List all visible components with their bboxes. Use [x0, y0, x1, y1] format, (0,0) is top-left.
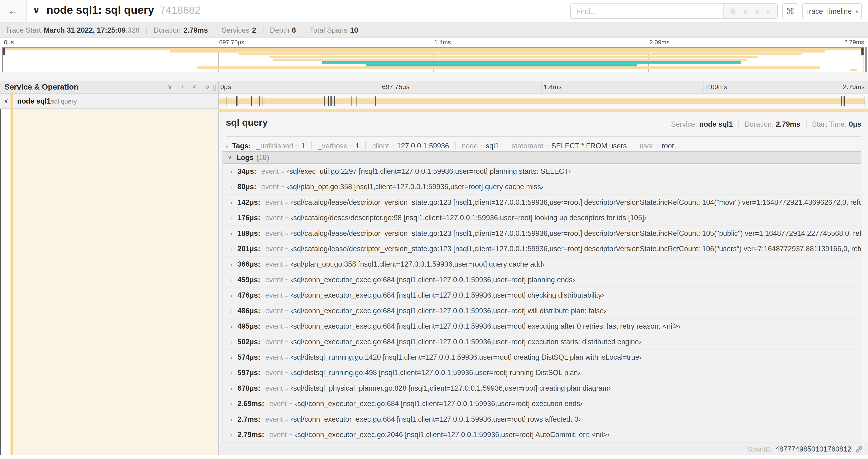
span-row[interactable]: ∨ node sql1 sql query [0, 94, 218, 109]
chevron-right-icon[interactable]: › [230, 198, 232, 206]
tag-item: node=sql1 [462, 141, 499, 150]
log-event-value: ‹sql/distsql_physical_planner.go:828 [ns… [291, 384, 611, 392]
log-timestamp: 34μs: [238, 167, 256, 175]
chevron-right-icon[interactable]: › [230, 369, 232, 376]
log-equals: = [285, 199, 289, 205]
log-field-name: event [269, 399, 287, 408]
minimap-right-scrubber[interactable] [861, 47, 863, 55]
log-entry-row[interactable]: ›2.69ms:event=‹sql/conn_executor_exec.go… [223, 396, 861, 412]
log-field-name: event [265, 214, 283, 222]
chevron-right-icon[interactable]: › [230, 229, 232, 237]
span-collapse-icon[interactable]: ∨ [4, 97, 8, 105]
overview-value: 2.79ms [776, 120, 800, 129]
minimap-span-bar [239, 53, 802, 55]
span-row-timeline[interactable] [219, 94, 868, 109]
expand-all-icon[interactable]: » [205, 83, 209, 90]
find-input[interactable] [570, 3, 723, 19]
log-entry-row[interactable]: ›459μs:event=‹sql/conn_executor_exec.go:… [223, 272, 861, 288]
summary-divider [303, 26, 303, 34]
find-next-icon[interactable]: ∨ [754, 7, 760, 15]
chevron-right-icon[interactable]: › [230, 353, 232, 361]
tag-key: _verbose [318, 141, 347, 150]
log-event-value: ‹sql/catalog/lease/descriptor_version_st… [291, 245, 861, 253]
log-entry-row[interactable]: ›678μs:event=‹sql/distsql_physical_plann… [223, 381, 861, 396]
overview-divider [806, 121, 806, 128]
log-entry-row[interactable]: ›476μs:event=‹sql/conn_executor_exec.go:… [223, 288, 861, 303]
log-tick-mark [865, 96, 865, 106]
log-entry-row[interactable]: ›366μs:event=‹sql/plan_opt.go:358 [nsql1… [223, 257, 861, 272]
log-timestamp: 2.79ms: [238, 431, 265, 439]
log-rows: ›34μs:event=‹sql/exec_util.go:2297 [nsql… [223, 164, 861, 443]
chevron-right-icon[interactable]: › [230, 214, 232, 222]
chevron-right-icon[interactable]: › [226, 141, 228, 150]
log-entry-row[interactable]: ›574μs:event=‹sql/distsql_running.go:142… [223, 350, 861, 365]
logs-section: ∨ Logs (18) ›34μs:event=‹sql/exec_util.g… [223, 151, 862, 454]
log-field-name: event [265, 415, 283, 423]
minimap-span-bar [170, 51, 825, 53]
timeline-minimap[interactable] [2, 47, 864, 72]
chevron-right-icon[interactable]: › [230, 384, 232, 392]
chevron-right-icon[interactable]: › [230, 276, 232, 284]
minimap-span-bar [197, 66, 820, 69]
chevron-right-icon[interactable]: › [230, 260, 232, 268]
log-field-name: event [265, 291, 283, 299]
chevron-right-icon[interactable]: › [230, 291, 232, 299]
expand-one-icon[interactable]: › [181, 83, 184, 90]
log-entry-row[interactable]: ›80μs:event=‹sql/plan_opt.go:358 [nsql1,… [223, 179, 861, 195]
chevron-right-icon[interactable]: › [230, 183, 232, 191]
chevron-right-icon[interactable]: › [230, 431, 232, 438]
chevron-right-icon[interactable]: › [230, 307, 232, 315]
tag-divider [505, 141, 506, 149]
spanid-value: 4877749850101760812 [775, 445, 851, 453]
tag-key: statement [512, 141, 543, 150]
log-entry-row[interactable]: ›142μs:event=‹sql/catalog/lease/descript… [223, 195, 861, 210]
chevron-right-icon[interactable]: › [230, 322, 232, 330]
log-timestamp: 80μs: [238, 183, 256, 191]
column-resize-grip[interactable]: || [213, 84, 217, 91]
chevron-right-icon[interactable]: › [230, 400, 232, 407]
summary-item: Duration2.79ms [154, 26, 208, 34]
log-entry-row[interactable]: ›2.79ms:event=‹sql/conn_executor_exec.go… [223, 427, 861, 442]
minimap-tick-label: 697.75μs [219, 39, 244, 45]
log-equals: = [285, 369, 289, 376]
logs-header[interactable]: ∨ Logs (18) [223, 152, 861, 164]
back-button[interactable]: ← [0, 0, 27, 22]
span-detail-panel: sql query Service:node sql1Duration:2.79… [219, 112, 868, 443]
tag-value: 1 [301, 141, 305, 150]
log-entry-row[interactable]: ›2.7ms:event=‹sql/conn_executor_exec.go:… [223, 412, 861, 427]
log-entry-row[interactable]: ›597μs:event=‹sql/distsql_running.go:498… [223, 365, 861, 381]
chevron-right-icon[interactable]: › [230, 415, 232, 423]
log-entry-row[interactable]: ›189μs:event=‹sql/catalog/lease/descript… [223, 226, 861, 241]
view-dropdown[interactable]: Trace Timeline ∨ [802, 3, 862, 19]
chevron-right-icon[interactable]: › [230, 245, 232, 253]
ruler-tick-label: 697.75μs [382, 83, 409, 91]
log-equals: = [285, 292, 289, 298]
link-icon[interactable] [855, 445, 863, 453]
log-entry-row[interactable]: ›34μs:event=‹sql/exec_util.go:2297 [nsql… [223, 164, 861, 179]
tags-row[interactable]: › Tags: _unfinished=1_verbose=1client=12… [226, 139, 862, 152]
log-timestamp: 142μs: [238, 198, 260, 206]
span-operation-name: sql query [51, 98, 77, 104]
summary-item: Depth6 [270, 26, 296, 34]
ruler-tick-label: 2.09ms [705, 83, 727, 91]
minimap-tick-label: 1.4ms [434, 39, 451, 45]
find-clear-icon[interactable]: × [767, 7, 771, 15]
keyboard-shortcuts-button[interactable]: ⌘ [782, 3, 798, 19]
trace-collapse-icon[interactable]: ∨ [33, 5, 40, 15]
chevron-right-icon[interactable]: › [230, 338, 232, 346]
collapse-all-icon[interactable]: » [191, 85, 198, 89]
locate-icon[interactable]: ⊕ [730, 7, 736, 15]
collapse-one-icon[interactable]: ∨ [167, 83, 173, 90]
chevron-right-icon[interactable]: › [230, 167, 232, 175]
find-prev-icon[interactable]: ∧ [743, 7, 748, 15]
log-entry-row[interactable]: ›201μs:event=‹sql/catalog/lease/descript… [223, 241, 861, 257]
tag-item: client=127.0.0.1:59936 [372, 141, 449, 150]
log-tick-mark [303, 96, 304, 106]
span-duration-bar[interactable] [219, 98, 865, 104]
log-entry-row[interactable]: ›502μs:event=‹sql/conn_executor_exec.go:… [223, 334, 861, 350]
minimap-left-scrubber[interactable] [3, 47, 5, 55]
log-entry-row[interactable]: ›486μs:event=‹sql/conn_executor_exec.go:… [223, 303, 861, 319]
log-entry-row[interactable]: ›495μs:event=‹sql/conn_executor_exec.go:… [223, 319, 861, 334]
log-equals: = [281, 168, 285, 174]
log-entry-row[interactable]: ›176μs:event=‹sql/catalog/descs/descript… [223, 210, 861, 226]
